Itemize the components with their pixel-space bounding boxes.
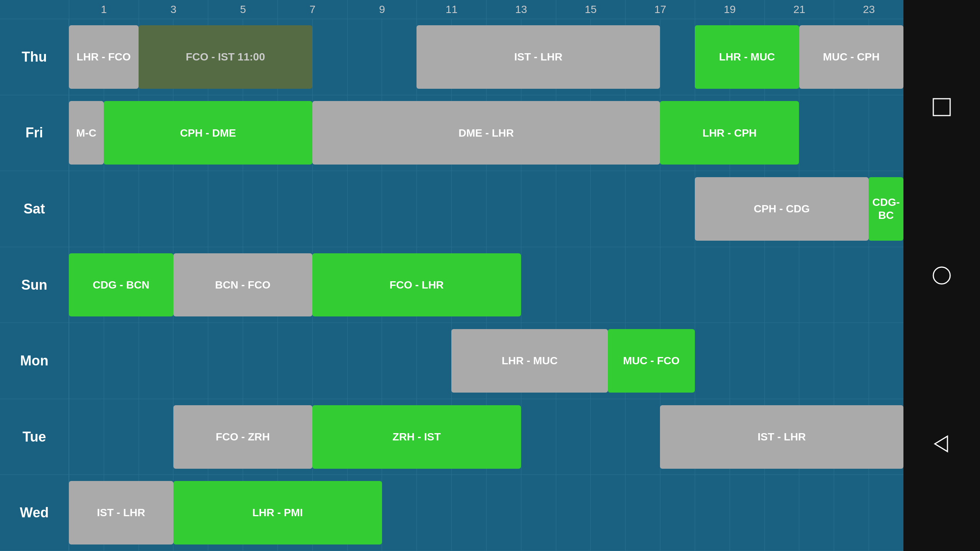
grid-cell [173,171,208,247]
grid-cell [590,247,625,323]
grid-cell [104,323,139,399]
grid-cell [834,95,869,171]
day-cells-sat: CPH - CDGCDG- BC [69,171,903,247]
flight-block[interactable]: CPH - CDG [695,177,869,241]
back-icon[interactable] [928,430,955,457]
flight-block[interactable]: CDG- BC [869,177,903,241]
grid-cell [416,475,451,551]
flight-block[interactable]: FCO - ZRH [173,405,312,469]
grid-cell [347,171,382,247]
grid-body: ThuLHR - FCOFCO - IST 11:00IST - LHRLHR … [0,19,903,551]
hour-label-21: 21 [764,0,834,19]
circle-icon[interactable] [928,262,955,289]
flight-block[interactable]: MUC - CPH [799,25,904,89]
grid-cell [869,475,903,551]
grid-cell [730,247,764,323]
grid-cell [590,171,625,247]
grid-cell [69,171,104,247]
grid-cell [799,95,834,171]
day-label-sun: Sun [0,247,69,323]
grid-cell [104,399,139,475]
day-label-wed: Wed [0,475,69,551]
grid-cell [869,323,903,399]
hour-label-3: 3 [139,0,208,19]
flight-block[interactable]: LHR - MUC [451,329,608,393]
grid-cell [695,475,730,551]
grid-cell [416,323,451,399]
grid-cell [730,323,764,399]
flight-block[interactable]: IST - LHR [416,25,660,89]
grid-cell [278,323,312,399]
flight-block[interactable]: M-C [69,101,104,165]
grid-cell [208,171,243,247]
grid-cell [834,247,869,323]
grid-cell [451,475,486,551]
grid-cell [521,171,556,247]
flight-block[interactable]: IST - LHR [660,405,903,469]
grid-cell [556,171,591,247]
grid-cell [243,171,278,247]
flight-block[interactable]: CPH - DME [104,101,312,165]
hour-label-15: 15 [556,0,626,19]
flight-block[interactable]: MUC - FCO [608,329,695,393]
day-cells-wed: IST - LHRLHR - PMI [69,475,903,551]
day-row-tue: TueFCO - ZRHZRH - ISTIST - LHR [0,399,903,475]
square-icon[interactable] [928,94,955,121]
hour-label-1: 1 [69,0,139,19]
grid-cell [590,475,625,551]
day-row-wed: WedIST - LHRLHR - PMI [0,475,903,551]
day-cells-tue: FCO - ZRHZRH - ISTIST - LHR [69,399,903,475]
flight-block[interactable]: LHR - MUC [695,25,799,89]
grid-cell [695,247,730,323]
grid-cell [312,323,347,399]
hour-label-7: 7 [278,0,347,19]
grid-cell [382,171,416,247]
flight-block[interactable]: ZRH - IST [312,405,521,469]
grid-cell [834,323,869,399]
grid-cell [486,475,521,551]
grid-cell [347,323,382,399]
hour-header: 1357911131517192123 [0,0,903,19]
grid-cell [799,323,834,399]
calendar-area: 1357911131517192123 ThuLHR - FCOFCO - IS… [0,0,903,551]
grid-cell [660,247,695,323]
grid-cell [799,247,834,323]
grid-cell [521,247,556,323]
day-label-thu: Thu [0,19,69,95]
day-cells-mon: LHR - MUCMUC - FCO [69,323,903,399]
grid-cell [799,475,834,551]
flight-block[interactable]: FCO - IST 11:00 [139,25,312,89]
hour-label-5: 5 [208,0,278,19]
hour-label-19: 19 [695,0,764,19]
flight-block[interactable]: LHR - FCO [69,25,139,89]
day-cells-fri: M-CCPH - DMEDME - LHRLHR - CPH [69,95,903,171]
hour-label-9: 9 [347,0,417,19]
flight-block[interactable]: FCO - LHR [312,253,521,317]
grid-cell [764,247,799,323]
grid-cell [312,171,347,247]
day-row-sat: SatCPH - CDGCDG- BC [0,171,903,247]
flight-block[interactable]: CDG - BCN [69,253,173,317]
day-cells-thu: LHR - FCOFCO - IST 11:00IST - LHRLHR - M… [69,19,903,95]
grid-cell [521,475,556,551]
grid-cell [764,323,799,399]
day-row-fri: FriM-CCPH - DMEDME - LHRLHR - CPH [0,95,903,171]
grid-cell [486,171,521,247]
grid-cell [347,19,382,95]
grid-cell [521,399,556,475]
grid-cell [139,171,173,247]
flight-block[interactable]: LHR - CPH [660,101,799,165]
grid-cell [730,475,764,551]
grid-cell [69,323,104,399]
grid-cell [869,247,903,323]
day-label-mon: Mon [0,323,69,399]
flight-block[interactable]: BCN - FCO [173,253,312,317]
flight-block[interactable]: LHR - PMI [173,481,382,544]
grid-cell [625,171,660,247]
flight-block[interactable]: IST - LHR [69,481,173,544]
day-row-mon: MonLHR - MUCMUC - FCO [0,323,903,399]
flight-block[interactable]: DME - LHR [312,101,660,165]
svg-marker-2 [935,436,947,452]
grid-cell [660,475,695,551]
grid-cell [139,399,173,475]
